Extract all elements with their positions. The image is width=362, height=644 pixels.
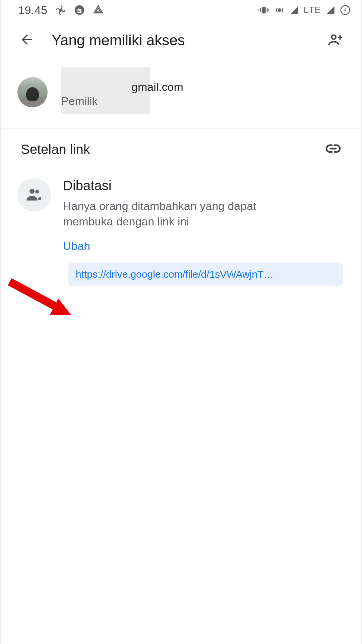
- link-settings-header: Setelan link: [1, 128, 361, 161]
- page-title: Yang memiliki akses: [52, 32, 327, 49]
- owner-avatar: [17, 77, 48, 107]
- svg-point-9: [332, 35, 336, 39]
- people-icon: [25, 185, 44, 205]
- restricted-info: Dibatasi Hanya orang ditambahkan yang da…: [63, 178, 298, 253]
- svg-rect-2: [262, 7, 265, 13]
- svg-rect-4: [266, 8, 267, 12]
- network-type-label: LTE: [304, 5, 321, 15]
- link-settings-title: Setelan link: [21, 142, 90, 157]
- person-add-icon: [327, 31, 344, 49]
- hotspot-icon: [274, 5, 285, 15]
- pinwheel-icon: [55, 4, 66, 16]
- restricted-description: Hanya orang ditambahkan yang dapat membu…: [63, 199, 298, 229]
- back-button[interactable]: [19, 32, 35, 48]
- owner-email: gmail.com: [131, 80, 183, 94]
- arrow-back-icon: [19, 32, 35, 49]
- owner-row[interactable]: gmail.com Pemilik: [1, 60, 361, 118]
- svg-rect-5: [258, 9, 259, 11]
- vibrate-icon: [258, 4, 269, 16]
- signal-icon-2: [326, 5, 335, 15]
- annotation-arrow: [3, 278, 77, 325]
- status-bar-left: 19.45: [18, 4, 104, 17]
- change-link-button[interactable]: Ubah: [63, 239, 90, 253]
- app-icon: [74, 4, 85, 16]
- restricted-avatar: [17, 178, 51, 212]
- svg-point-7: [278, 9, 281, 11]
- svg-point-0: [59, 9, 61, 11]
- battery-saver-icon: [340, 5, 351, 15]
- drive-icon: [93, 4, 104, 16]
- status-bar-right: LTE: [258, 4, 351, 16]
- signal-icon: [290, 5, 299, 15]
- owner-role-label: Pemilik: [61, 95, 183, 108]
- status-bar: 19.45: [1, 0, 361, 20]
- svg-rect-3: [260, 8, 261, 12]
- restricted-row: Dibatasi Hanya orang ditambahkan yang da…: [1, 161, 361, 253]
- app-bar: Yang memiliki akses: [1, 20, 361, 60]
- status-time: 19.45: [18, 4, 48, 17]
- owner-info: gmail.com Pemilik: [61, 67, 183, 108]
- copy-link-button[interactable]: [325, 141, 341, 158]
- svg-point-10: [29, 189, 35, 194]
- add-person-button[interactable]: [327, 32, 343, 48]
- restricted-title: Dibatasi: [63, 178, 298, 193]
- link-icon: [325, 152, 341, 158]
- svg-point-11: [35, 190, 39, 194]
- share-link-box[interactable]: https://drive.google.com/file/d/1sVWAwjn…: [68, 263, 343, 286]
- svg-rect-6: [268, 9, 269, 11]
